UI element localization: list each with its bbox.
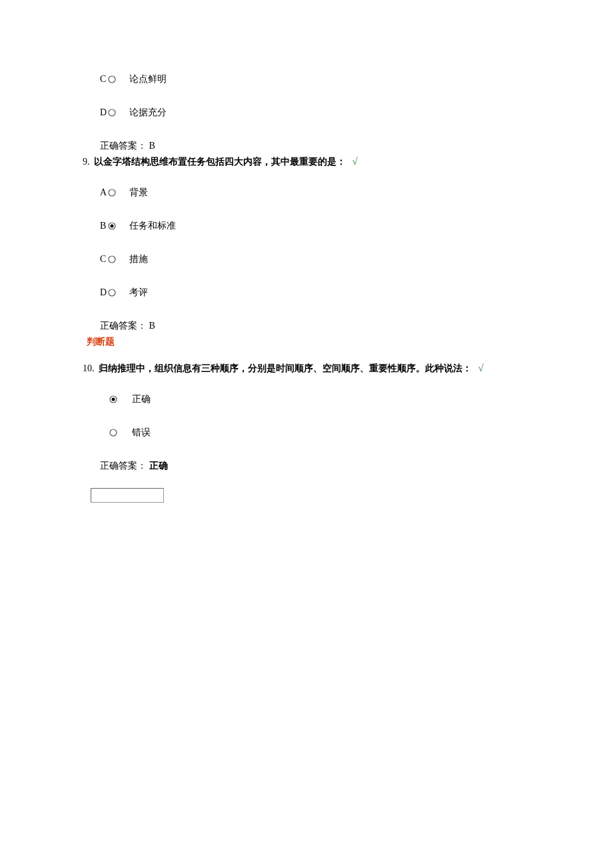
answer-label: 正确答案： bbox=[100, 461, 147, 471]
option-text: 考评 bbox=[129, 287, 148, 299]
svg-point-4 bbox=[111, 225, 114, 228]
q9-answer: 正确答案： B bbox=[87, 320, 526, 332]
svg-point-2 bbox=[109, 189, 115, 196]
q9-option-c[interactable]: C 措施 bbox=[87, 253, 526, 265]
q8-answer: 正确答案： B bbox=[87, 140, 526, 152]
question-text: 以金字塔结构思维布置任务包括四大内容，其中最重要的是： bbox=[94, 156, 346, 168]
checkmark-icon: √ bbox=[478, 363, 484, 374]
svg-point-0 bbox=[109, 76, 115, 83]
radio-checked-icon bbox=[109, 395, 117, 403]
question-text: 归纳推理中，组织信息有三种顺序，分别是时间顺序、空间顺序、重要性顺序。此种说法： bbox=[99, 363, 472, 375]
question-number: 10. bbox=[83, 363, 95, 374]
q9-option-a[interactable]: A 背景 bbox=[87, 187, 526, 199]
svg-point-5 bbox=[109, 256, 115, 263]
option-letter: C bbox=[100, 254, 108, 265]
option-letter: A bbox=[100, 187, 108, 198]
svg-point-6 bbox=[109, 289, 115, 296]
option-text: 论据充分 bbox=[129, 107, 167, 119]
svg-point-9 bbox=[110, 429, 117, 436]
radio-unchecked-icon bbox=[108, 255, 116, 263]
radio-unchecked-icon bbox=[109, 429, 117, 437]
radio-unchecked-icon bbox=[108, 109, 116, 117]
option-letter: D bbox=[100, 287, 108, 298]
radio-unchecked-icon bbox=[108, 189, 116, 197]
option-text: 背景 bbox=[129, 187, 148, 199]
q9-option-d[interactable]: D 考评 bbox=[87, 287, 526, 299]
checkmark-icon: √ bbox=[352, 156, 358, 167]
answer-label: 正确答案： bbox=[100, 141, 147, 151]
option-letter: D bbox=[100, 107, 108, 118]
option-text: 正确 bbox=[132, 393, 151, 405]
question-9: 9. 以金字塔结构思维布置任务包括四大内容，其中最重要的是： √ bbox=[83, 156, 526, 168]
option-text: 措施 bbox=[129, 253, 148, 265]
q10-option-false[interactable]: 错误 bbox=[87, 427, 526, 439]
svg-point-1 bbox=[109, 109, 115, 116]
option-text: 任务和标准 bbox=[129, 220, 176, 232]
svg-point-8 bbox=[112, 398, 115, 401]
q10-answer: 正确答案： 正确 bbox=[87, 460, 526, 472]
answer-label: 正确答案： bbox=[100, 321, 147, 331]
q10-option-true[interactable]: 正确 bbox=[87, 393, 526, 405]
section-heading-judgment: 判断题 bbox=[87, 336, 526, 348]
radio-unchecked-icon bbox=[108, 289, 116, 297]
text-input[interactable] bbox=[91, 488, 164, 503]
answer-value: 正确 bbox=[149, 461, 168, 471]
q8-option-c[interactable]: C 论点鲜明 bbox=[87, 73, 526, 85]
question-10: 10. 归纳推理中，组织信息有三种顺序，分别是时间顺序、空间顺序、重要性顺序。此… bbox=[83, 363, 526, 375]
option-text: 错误 bbox=[132, 427, 151, 439]
answer-value: B bbox=[149, 141, 155, 151]
radio-checked-icon bbox=[108, 222, 116, 230]
option-letter: C bbox=[100, 74, 108, 85]
q8-option-d[interactable]: D 论据充分 bbox=[87, 107, 526, 119]
option-text: 论点鲜明 bbox=[129, 73, 167, 85]
question-number: 9. bbox=[83, 157, 90, 167]
answer-value: B bbox=[149, 321, 155, 331]
radio-unchecked-icon bbox=[108, 75, 116, 83]
q9-option-b[interactable]: B 任务和标准 bbox=[87, 220, 526, 232]
option-letter: B bbox=[100, 221, 108, 231]
